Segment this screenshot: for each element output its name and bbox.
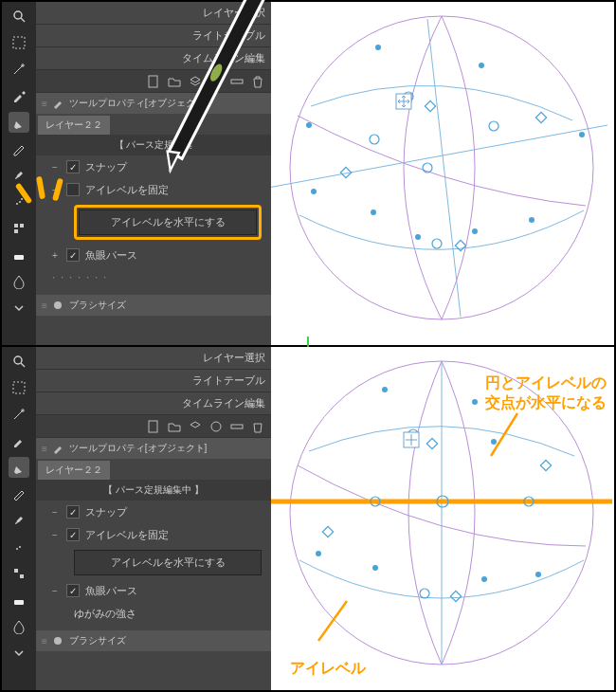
fisheye-checkbox[interactable]: ✓ — [66, 248, 80, 262]
svg-point-67 — [420, 589, 429, 598]
fix-eyelevel-checkbox[interactable] — [66, 183, 80, 196]
level-eyelevel-button[interactable]: アイレベルを水平にする — [79, 209, 257, 235]
pencil-icon[interactable] — [9, 483, 29, 504]
svg-point-4 — [19, 201, 21, 203]
svg-point-47 — [211, 422, 221, 431]
panel-after: レイヤー選択 ライトテーブル タイムライン編集 ≡ ツールプロパティ[オブジェク… — [2, 347, 614, 690]
svg-line-1 — [21, 18, 25, 22]
chevron-down-icon[interactable] — [9, 643, 29, 664]
canvas-after[interactable]: 円とアイレベルの 交点が水平になる アイレベル — [271, 347, 614, 690]
snap-row[interactable]: − ✓ スナップ — [36, 501, 271, 523]
svg-point-64 — [316, 551, 321, 556]
snap-checkbox[interactable]: ✓ — [66, 505, 80, 519]
svg-point-38 — [14, 356, 22, 364]
svg-rect-59 — [540, 460, 551, 470]
svg-point-31 — [472, 228, 478, 234]
mask-icon[interactable] — [208, 74, 224, 89]
menu-timeline[interactable]: タイムライン編集 — [36, 392, 271, 415]
magnifier-icon[interactable] — [9, 6, 29, 27]
menu-layer-select[interactable]: レイヤー選択 — [36, 2, 271, 25]
svg-point-3 — [16, 203, 18, 205]
chevron-down-icon[interactable] — [9, 298, 29, 319]
pen-tool-icon[interactable] — [9, 457, 29, 478]
doc-icon[interactable] — [146, 419, 161, 434]
svg-point-49 — [54, 637, 62, 645]
svg-line-39 — [21, 363, 25, 367]
svg-rect-24 — [535, 112, 546, 122]
eyedropper-icon[interactable] — [9, 85, 29, 106]
svg-rect-68 — [450, 591, 461, 601]
fisheye-checkbox[interactable]: ✓ — [66, 584, 80, 597]
folder-icon[interactable] — [167, 419, 182, 434]
svg-rect-12 — [231, 80, 243, 83]
pen-tool-icon[interactable] — [9, 112, 29, 133]
eraser-icon[interactable] — [9, 245, 29, 265]
trash-icon[interactable] — [250, 74, 265, 89]
marquee-icon[interactable] — [9, 377, 29, 398]
side-panel-before: レイヤー選択 ライトテーブル タイムライン編集 ≡ ツールプロパティ[オブジェク… — [36, 2, 271, 345]
svg-rect-46 — [149, 421, 157, 432]
folder-icon[interactable] — [167, 74, 182, 89]
eyedropper-icon[interactable] — [9, 430, 29, 451]
eraser-icon[interactable] — [9, 590, 29, 610]
marquee-icon[interactable] — [9, 32, 29, 53]
pattern-icon[interactable] — [9, 563, 29, 584]
svg-point-69 — [535, 572, 541, 577]
svg-point-30 — [415, 234, 421, 240]
fisheye-row[interactable]: + ✓ 魚眼パース — [36, 244, 271, 266]
trash-icon[interactable] — [250, 419, 265, 434]
ruler-icon[interactable] — [229, 74, 245, 89]
menu-light-table[interactable]: ライトテーブル — [36, 25, 271, 47]
svg-point-66 — [481, 576, 487, 582]
svg-rect-48 — [231, 425, 243, 428]
tool-property-header: ≡ ツールプロパティ[オブジェクト] — [36, 438, 271, 459]
svg-point-17 — [375, 45, 381, 50]
fix-eyelevel-row[interactable]: − アイレベルを固定 — [36, 178, 271, 201]
svg-rect-9 — [14, 255, 24, 260]
layer-icon[interactable] — [188, 74, 203, 89]
layer-tab[interactable]: レイヤー２２ — [38, 461, 110, 480]
mask-icon[interactable] — [208, 419, 224, 434]
blend-icon[interactable] — [9, 271, 29, 292]
snap-row[interactable]: − ✓ スナップ — [36, 155, 271, 178]
svg-point-25 — [579, 132, 585, 137]
svg-point-0 — [14, 11, 22, 19]
fix-eyelevel-row[interactable]: − ✓ アイレベルを固定 — [36, 523, 271, 546]
menu-timeline[interactable]: タイムライン編集 — [36, 47, 271, 70]
layer-tab[interactable]: レイヤー２２ — [38, 116, 110, 135]
ruler-icon[interactable] — [229, 419, 245, 434]
pencil-icon[interactable] — [9, 138, 29, 159]
menu-layer-select[interactable]: レイヤー選択 — [36, 347, 271, 370]
menu-light-table[interactable]: ライトテーブル — [36, 370, 271, 392]
airbrush-icon[interactable] — [9, 537, 29, 557]
magnifier-icon[interactable] — [9, 351, 29, 372]
svg-rect-2 — [13, 37, 25, 48]
blend-icon[interactable] — [9, 616, 29, 637]
fisheye-row[interactable]: − ✓ 魚眼パース — [36, 579, 271, 602]
callout-intersection: 円とアイレベルの 交点が水平になる — [485, 373, 607, 413]
brush-size-header: ≡ ブラシサイズ — [36, 295, 271, 316]
svg-rect-45 — [14, 600, 24, 605]
brush-size-header: ≡ ブラシサイズ — [36, 630, 271, 651]
svg-rect-44 — [20, 574, 24, 578]
svg-point-34 — [529, 217, 534, 223]
side-panel-after: レイヤー選択 ライトテーブル タイムライン編集 ≡ ツールプロパティ[オブジェク… — [36, 347, 271, 690]
brush-icon[interactable] — [9, 510, 29, 531]
snap-checkbox[interactable]: ✓ — [66, 160, 80, 173]
svg-rect-7 — [20, 224, 24, 228]
svg-point-55 — [472, 399, 478, 405]
layer-icon[interactable] — [188, 419, 203, 434]
distortion-row[interactable]: ゆがみの強さ — [36, 602, 271, 625]
svg-rect-40 — [13, 382, 25, 393]
svg-rect-57 — [426, 438, 437, 448]
toolbar-left-2 — [2, 347, 36, 690]
wand-icon[interactable] — [9, 404, 29, 425]
svg-point-29 — [371, 209, 376, 215]
level-eyelevel-button[interactable]: アイレベルを水平にする — [74, 550, 262, 575]
canvas-before[interactable] — [271, 2, 614, 345]
wand-icon[interactable] — [9, 59, 29, 80]
svg-point-5 — [21, 198, 23, 200]
doc-icon[interactable] — [146, 74, 161, 89]
fix-eyelevel-checkbox[interactable]: ✓ — [66, 528, 80, 541]
pattern-icon[interactable] — [9, 218, 29, 239]
